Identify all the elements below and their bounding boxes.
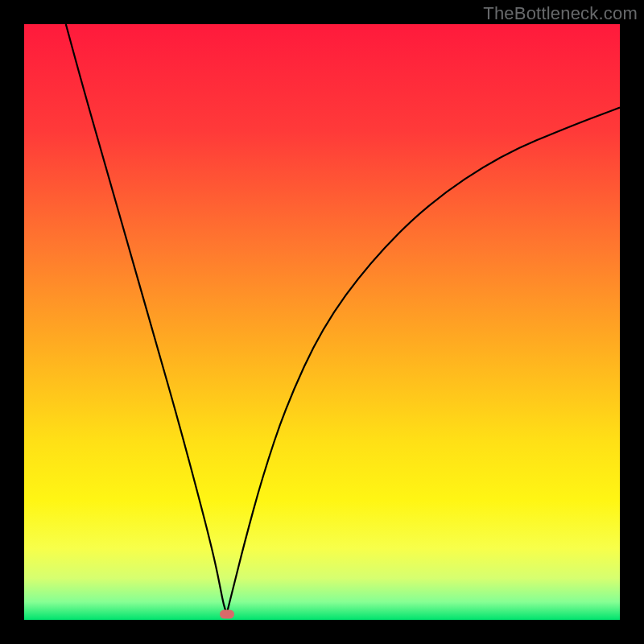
chart-frame: TheBottleneck.com	[0, 0, 644, 644]
optimal-marker	[220, 609, 234, 618]
watermark-text: TheBottleneck.com	[483, 3, 638, 24]
curve-path	[66, 24, 620, 614]
bottleneck-curve	[24, 24, 620, 620]
plot-area	[24, 24, 620, 620]
